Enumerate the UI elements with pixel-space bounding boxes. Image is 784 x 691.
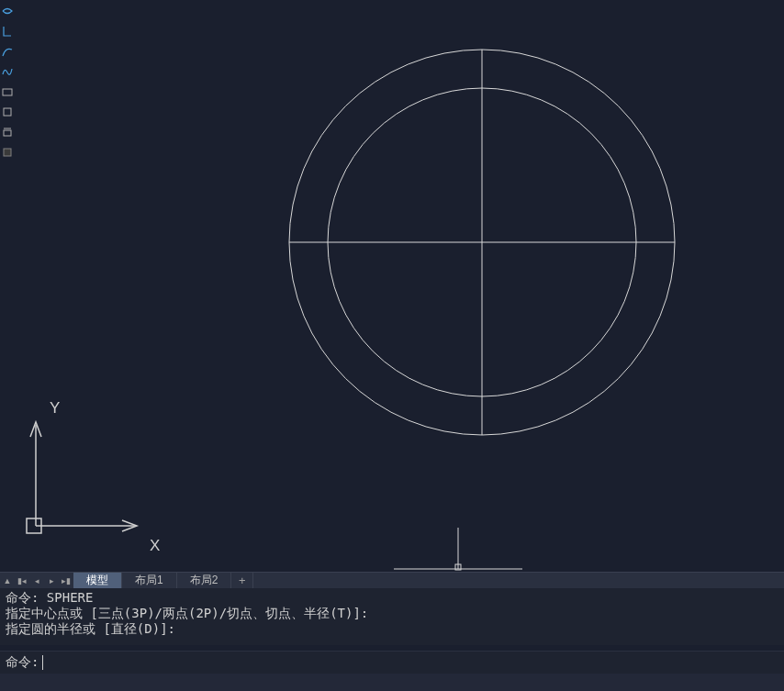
tab-nav-last[interactable]: ▸▮	[59, 574, 73, 588]
tool-icon-1[interactable]	[0, 2, 15, 20]
tab-layout2[interactable]: 布局2	[177, 573, 232, 589]
svg-rect-1	[4, 108, 11, 116]
ucs-y-label: Y	[50, 399, 60, 418]
command-input[interactable]	[43, 655, 778, 670]
drawing-geometry	[0, 0, 784, 572]
svg-rect-14	[27, 518, 41, 533]
svg-rect-2	[4, 130, 11, 136]
tab-nav-first[interactable]: ▮◂	[15, 574, 29, 588]
tab-add-button[interactable]: +	[231, 573, 253, 589]
tool-icon-7[interactable]	[0, 123, 15, 141]
left-toolbar	[0, 0, 17, 220]
history-line-3: 指定圆的半径或 [直径(D)]:	[6, 621, 778, 637]
layout-tabs-bar: ▲ ▮◂ ◂ ▸ ▸▮ 模型 布局1 布局2 +	[0, 572, 784, 588]
tab-model[interactable]: 模型	[73, 573, 122, 589]
status-strip	[0, 674, 784, 691]
tool-icon-8[interactable]	[0, 143, 15, 162]
tool-icon-3[interactable]	[0, 42, 15, 61]
ucs-icon	[23, 393, 170, 558]
drawing-canvas[interactable]: Y X	[0, 0, 784, 572]
tab-nav-next[interactable]: ▸	[44, 574, 59, 588]
tool-icon-5[interactable]	[0, 83, 15, 101]
command-input-row: 命令:	[0, 651, 784, 674]
svg-rect-4	[4, 149, 11, 156]
svg-point-6	[328, 88, 636, 396]
command-prompt-label: 命令:	[6, 654, 39, 671]
tool-icon-2[interactable]	[0, 22, 15, 40]
tool-icon-6[interactable]	[0, 103, 15, 121]
svg-point-5	[289, 50, 675, 435]
tool-icon-4[interactable]	[0, 62, 15, 81]
tab-nav-up[interactable]: ▲	[0, 574, 15, 588]
tab-layout1[interactable]: 布局1	[122, 573, 177, 589]
svg-rect-11	[455, 564, 461, 570]
svg-rect-0	[3, 89, 12, 95]
tab-nav-prev[interactable]: ◂	[29, 574, 44, 588]
history-line-1: 命令: SPHERE	[6, 590, 778, 606]
command-history[interactable]: 命令: SPHERE 指定中心点或 [三点(3P)/两点(2P)/切点、切点、半…	[0, 588, 784, 645]
ucs-x-label: X	[150, 537, 160, 555]
history-line-2: 指定中心点或 [三点(3P)/两点(2P)/切点、切点、半径(T)]:	[6, 606, 778, 621]
